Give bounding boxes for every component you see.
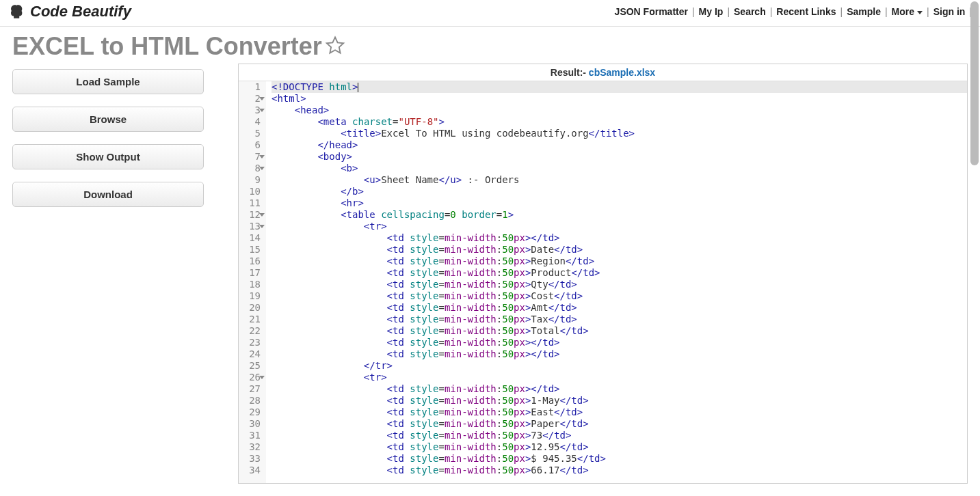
star-icon[interactable] <box>325 36 345 58</box>
nav-my-ip[interactable]: My Ip <box>699 6 724 17</box>
code-editor[interactable]: 1234567891011121314151617181920212223242… <box>239 81 967 483</box>
nav-more[interactable]: More <box>892 6 923 17</box>
result-file-link[interactable]: cbSample.xlsx <box>589 67 655 78</box>
download-button[interactable]: Download <box>12 182 204 207</box>
show-output-button[interactable]: Show Output <box>12 144 204 169</box>
nav-sign-in[interactable]: Sign in <box>933 6 966 17</box>
page-scrollbar[interactable] <box>970 1 979 165</box>
sidebar: Load Sample Browse Show Output Download <box>12 64 204 484</box>
code-content[interactable]: <!DOCTYPE html><html> <head> <meta chars… <box>266 81 967 483</box>
main: Load Sample Browse Show Output Download … <box>0 64 980 484</box>
nav-json-formatter[interactable]: JSON Formatter <box>615 6 688 17</box>
brain-icon <box>8 3 26 20</box>
logo-text: Code Beautify <box>30 3 131 20</box>
page-title: EXCEL to HTML Converter <box>12 32 322 61</box>
result-bar: Result:- cbSample.xlsx <box>239 64 967 81</box>
header: Code Beautify JSON Formatter| My Ip| Sea… <box>0 0 980 27</box>
nav-sample[interactable]: Sample <box>847 6 881 17</box>
line-gutter: 1234567891011121314151617181920212223242… <box>239 81 266 483</box>
caret-down-icon <box>917 11 923 14</box>
nav-recent-links[interactable]: Recent Links <box>776 6 836 17</box>
top-nav: JSON Formatter| My Ip| Search| Recent Li… <box>615 6 972 17</box>
nav-search[interactable]: Search <box>734 6 766 17</box>
logo[interactable]: Code Beautify <box>8 3 131 20</box>
title-row: EXCEL to HTML Converter <box>0 27 980 64</box>
browse-button[interactable]: Browse <box>12 107 204 132</box>
load-sample-button[interactable]: Load Sample <box>12 69 204 94</box>
editor-panel: Result:- cbSample.xlsx 12345678910111213… <box>238 64 968 484</box>
result-label: Result:- <box>551 67 586 78</box>
